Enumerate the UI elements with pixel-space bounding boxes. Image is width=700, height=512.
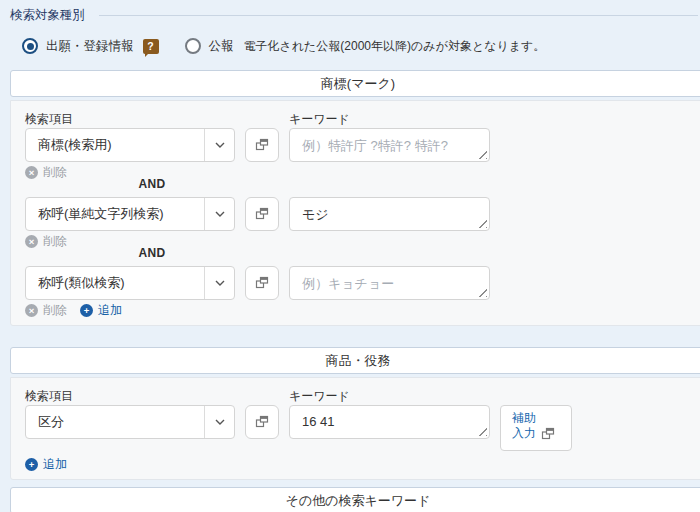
sub-window-icon — [255, 207, 269, 221]
add-row-link[interactable]: + 追加 — [25, 456, 67, 473]
section-other: その他の検索キーワード — [10, 487, 700, 512]
keyword-label: キーワード — [289, 111, 350, 125]
section-trademark-body: 検索項目 キーワード 商標(検索用) — [10, 100, 700, 326]
remove-circle-icon: × — [25, 304, 38, 317]
add-row-link[interactable]: + 追加 — [80, 302, 122, 319]
search-row: 区分 16 41 補助入力 — [25, 405, 700, 451]
search-target-header: 検索対象種別 — [0, 0, 700, 23]
search-target-title: 検索対象種別 — [10, 7, 85, 24]
select-value: 称呼(類似検索) — [26, 274, 204, 292]
section-other-title: その他の検索キーワード — [10, 487, 700, 512]
row-actions: + 追加 — [25, 458, 700, 471]
remove-circle-icon: × — [25, 235, 38, 248]
chevron-down-icon — [204, 198, 234, 230]
search-field-select[interactable]: 商標(検索用) — [25, 128, 235, 162]
section-trademark-title: 商標(マーク) — [10, 70, 700, 97]
select-value: 称呼(単純文字列検索) — [26, 205, 204, 223]
keyword-label: キーワード — [289, 388, 350, 402]
remove-circle-icon: × — [25, 166, 38, 179]
sub-window-icon — [255, 138, 269, 152]
search-field-select[interactable]: 称呼(単純文字列検索) — [25, 197, 235, 231]
column-labels: 検索項目 キーワード — [25, 111, 700, 125]
aux-input-button[interactable]: 補助入力 — [500, 405, 572, 451]
keyword-input[interactable] — [289, 128, 490, 162]
keyword-input[interactable]: 16 41 — [289, 405, 490, 439]
section-goods-body: 検索項目 キーワード 区分 16 — [10, 377, 700, 480]
section-goods-title: 商品・役務 — [10, 347, 700, 374]
delete-row-link[interactable]: × 削除 — [25, 302, 67, 319]
open-picker-button[interactable] — [245, 197, 279, 231]
row-actions: × 削除 + 追加 — [25, 304, 700, 317]
search-field-select[interactable]: 称呼(類似検索) — [25, 266, 235, 300]
keyword-input[interactable]: モジ — [289, 197, 490, 231]
keyword-field-wrap: モジ — [289, 197, 490, 231]
search-item-label: 検索項目 — [25, 388, 289, 402]
search-target-options: 出願・登録情報 ? 公報 電子化された公報(2000年以降)のみが対象となります… — [22, 36, 700, 56]
keyword-field-wrap: 16 41 — [289, 405, 490, 439]
search-row: 商標(検索用) — [25, 128, 700, 162]
sub-window-icon — [255, 276, 269, 290]
select-value: 区分 — [26, 413, 204, 431]
keyword-input[interactable] — [289, 266, 490, 300]
column-labels: 検索項目 キーワード — [25, 388, 700, 402]
radio-gazette-label[interactable]: 公報 — [209, 38, 234, 55]
delete-link-label: 削除 — [43, 302, 67, 319]
search-item-label: 検索項目 — [25, 111, 289, 125]
chevron-down-icon — [204, 406, 234, 438]
delete-link-label: 削除 — [43, 233, 67, 250]
delete-row-link[interactable]: × 削除 — [25, 233, 67, 250]
search-row: 称呼(類似検索) — [25, 266, 700, 300]
add-circle-icon: + — [80, 304, 93, 317]
section-goods: 商品・役務 検索項目 キーワード 区分 — [10, 347, 700, 480]
keyword-field-wrap — [289, 266, 490, 300]
delete-link-label: 削除 — [43, 164, 67, 181]
gazette-note: 電子化された公報(2000年以降)のみが対象となります。 — [244, 38, 546, 55]
radio-registered-info[interactable] — [22, 38, 38, 54]
sub-window-icon — [255, 415, 269, 429]
search-field-select[interactable]: 区分 — [25, 405, 235, 439]
add-link-label: 追加 — [43, 456, 67, 473]
search-form-page: 検索対象種別 出願・登録情報 ? 公報 電子化された公報(2000年以降)のみが… — [0, 0, 700, 512]
chevron-down-icon — [204, 267, 234, 299]
search-row: 称呼(単純文字列検索) モジ — [25, 197, 700, 231]
keyword-field-wrap — [289, 128, 490, 162]
open-picker-button[interactable] — [245, 128, 279, 162]
radio-gazette[interactable] — [185, 38, 201, 54]
aux-input-label: 補助入力 — [511, 411, 537, 442]
open-picker-button[interactable] — [245, 405, 279, 439]
section-trademark: 商標(マーク) 検索項目 キーワード 商標(検索用) — [10, 70, 700, 326]
sub-window-icon — [541, 427, 555, 441]
open-picker-button[interactable] — [245, 266, 279, 300]
select-value: 商標(検索用) — [26, 136, 204, 154]
chevron-down-icon — [204, 129, 234, 161]
delete-row-link[interactable]: × 削除 — [25, 164, 67, 181]
radio-registered-info-label[interactable]: 出願・登録情報 — [46, 38, 134, 55]
add-link-label: 追加 — [98, 302, 122, 319]
add-circle-icon: + — [25, 458, 38, 471]
divider — [99, 15, 698, 16]
help-icon[interactable]: ? — [143, 39, 159, 54]
